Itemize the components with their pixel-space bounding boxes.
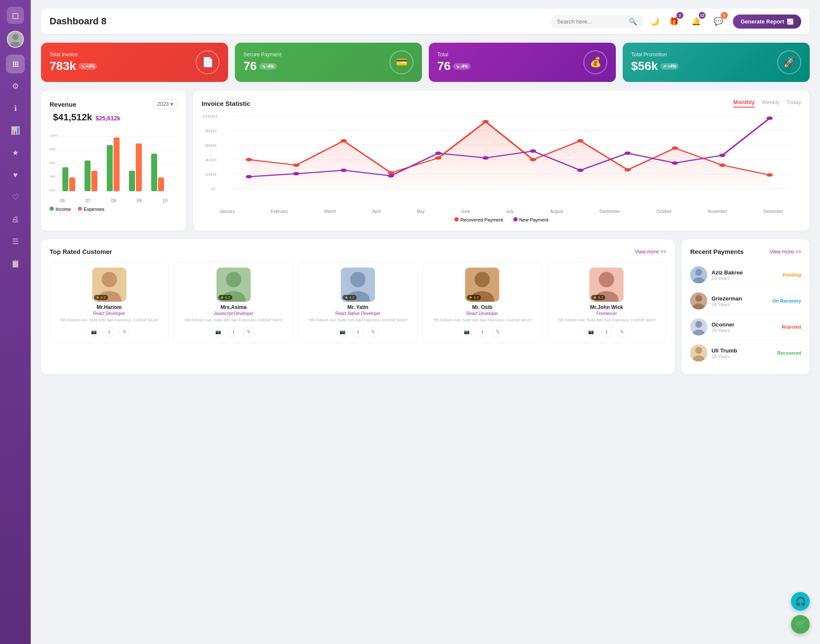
- svg-text:400: 400: [50, 175, 56, 178]
- twitter-icon[interactable]: 𝕏: [492, 326, 503, 338]
- revenue-chart-card: Revenue 2023 ▾ $41,512k$25,612k 1000 800: [41, 90, 186, 231]
- twitter-icon[interactable]: 𝕏: [368, 326, 379, 338]
- customer-address: 795 Folsom Ave, Suite 600 San Francisco,…: [302, 318, 413, 323]
- customer-role: Javascript Developer: [178, 311, 289, 316]
- search-bar[interactable]: 🔍: [551, 15, 643, 28]
- sidebar-item-star[interactable]: ★: [6, 143, 25, 162]
- svg-point-52: [435, 152, 442, 155]
- search-input[interactable]: [557, 18, 625, 25]
- tab-weekly[interactable]: Weekly: [761, 99, 779, 108]
- customer-address: 795 Folsom Ave, Suite 600 San Francisco,…: [551, 318, 662, 323]
- bar-chart: 1000 800 600 400 200: [50, 128, 178, 196]
- instagram-icon[interactable]: 📷: [586, 326, 597, 338]
- twitter-icon[interactable]: 𝕏: [119, 326, 130, 338]
- stat-card-promotion: Total Promotion $56k ↗ +4% 🚀: [623, 43, 810, 82]
- svg-point-50: [340, 169, 347, 172]
- svg-text:200: 200: [205, 172, 217, 177]
- customers-header: Top Rated Customer View more >>: [50, 248, 666, 255]
- customer-avatar: ★ 4.2: [465, 268, 499, 302]
- payment-avatar: [690, 266, 707, 283]
- svg-text:800: 800: [50, 147, 56, 151]
- cart-fab[interactable]: 🛒: [791, 615, 810, 634]
- customers-view-more[interactable]: View more >>: [635, 249, 666, 255]
- payment-status: Pending: [783, 272, 801, 277]
- messages-button[interactable]: 💬5: [711, 14, 726, 29]
- sidebar-item-info[interactable]: ℹ: [6, 99, 25, 118]
- sidebar-item-wishlist[interactable]: ♡: [6, 188, 25, 207]
- revenue-value: $41,512k$25,612k: [50, 112, 178, 123]
- svg-rect-20: [136, 143, 142, 191]
- payment-item: Oconner 24 Years Rejected: [690, 314, 801, 340]
- sidebar-item-settings[interactable]: ⚙: [6, 77, 25, 96]
- stat-label: Total: [437, 52, 471, 58]
- charts-row: Revenue 2023 ▾ $41,512k$25,612k 1000 800: [41, 90, 810, 231]
- customer-avatar: ★ 4.2: [341, 268, 375, 302]
- payment-name: Uli Trumb: [712, 347, 773, 354]
- notifications-button[interactable]: 🔔12: [688, 14, 704, 29]
- instagram-icon[interactable]: 📷: [461, 326, 472, 338]
- legend-new-payment: New Payment: [519, 217, 548, 222]
- svg-point-1: [12, 34, 18, 40]
- customer-role: React Native Developer: [302, 311, 413, 316]
- svg-point-48: [246, 175, 252, 178]
- stat-value: $56k ↗ +4%: [631, 59, 679, 73]
- facebook-icon[interactable]: f: [352, 326, 363, 338]
- facebook-icon[interactable]: f: [228, 326, 239, 338]
- instagram-icon[interactable]: 📷: [337, 326, 348, 338]
- facebook-icon[interactable]: f: [477, 326, 488, 338]
- facebook-icon[interactable]: f: [601, 326, 612, 338]
- payment-avatar: [690, 344, 707, 361]
- rating-badge: ★ 4.2: [343, 295, 357, 300]
- customers-card: Top Rated Customer View more >> ★ 4.2 Mr…: [41, 239, 675, 374]
- svg-text:600: 600: [205, 143, 217, 148]
- stat-label: Total Promotion: [631, 52, 679, 58]
- payment-status: Rejected: [782, 324, 801, 329]
- svg-rect-19: [129, 171, 135, 191]
- customer-address: 795 Folsom Ave, Suite 600 San Francisco,…: [53, 318, 165, 323]
- customer-name: Mr. Osib: [427, 304, 538, 310]
- line-chart-container: 1000 800 600 400 200 0: [202, 112, 801, 222]
- svg-point-51: [388, 174, 394, 178]
- trend-badge: ↘ +4%: [79, 63, 97, 70]
- search-icon: 🔍: [629, 17, 637, 26]
- svg-point-47: [767, 173, 773, 177]
- facebook-icon[interactable]: f: [104, 326, 115, 338]
- customer-name: Mr. Yatin: [302, 304, 413, 310]
- payment-info: Aziz Bakree 24 Years: [712, 269, 779, 281]
- sidebar-avatar[interactable]: [7, 31, 24, 48]
- header-right: 🔍 🌙 🎁2 🔔12 💬5 Generate Report 📈: [551, 14, 801, 29]
- twitter-icon[interactable]: 𝕏: [243, 326, 255, 338]
- sidebar-item-print[interactable]: 🖨: [6, 210, 25, 229]
- sidebar-item-favorites[interactable]: ♥: [6, 166, 25, 184]
- payment-age: 24 Years: [712, 354, 773, 359]
- legend-recovered: Recovered Payment: [460, 217, 503, 222]
- sidebar-item-doc[interactable]: 📋: [6, 254, 25, 273]
- sidebar-logo[interactable]: ◻: [7, 7, 24, 24]
- instagram-icon[interactable]: 📷: [213, 326, 224, 338]
- tab-monthly[interactable]: Monthly: [733, 99, 755, 108]
- twitter-icon[interactable]: 𝕏: [616, 326, 627, 338]
- payments-card: Recent Payments View more >> Aziz Bakree…: [682, 239, 810, 374]
- sidebar-item-analytics[interactable]: 📊: [6, 121, 25, 140]
- gift-button[interactable]: 🎁2: [666, 14, 682, 29]
- tab-today[interactable]: Today: [786, 99, 801, 108]
- svg-point-56: [624, 152, 631, 155]
- stat-card-total: Total 76 ↘ -4% 💰: [429, 43, 616, 82]
- svg-point-38: [340, 139, 347, 143]
- sidebar-item-dashboard[interactable]: ⊞: [6, 55, 25, 73]
- customer-name: Mrs.Asima: [178, 304, 289, 310]
- payments-view-more[interactable]: View more >>: [770, 249, 801, 255]
- bottom-row: Top Rated Customer View more >> ★ 4.2 Mr…: [41, 239, 810, 374]
- svg-point-37: [293, 163, 299, 167]
- sidebar-item-menu[interactable]: ☰: [6, 232, 25, 251]
- svg-point-55: [577, 169, 583, 172]
- instagram-icon[interactable]: 📷: [88, 326, 100, 338]
- svg-text:400: 400: [205, 158, 217, 162]
- year-select[interactable]: 2023 ▾: [152, 99, 178, 109]
- customer-name: Mr.John Wick: [551, 304, 662, 310]
- generate-report-button[interactable]: Generate Report 📈: [733, 15, 801, 29]
- dark-mode-toggle[interactable]: 🌙: [650, 17, 659, 26]
- support-fab[interactable]: 🎧: [791, 592, 810, 611]
- sidebar: ◻ ⊞ ⚙ ℹ 📊 ★ ♥ ♡ 🖨 ☰ 📋: [0, 0, 31, 644]
- stat-label: Total invoice: [50, 52, 97, 58]
